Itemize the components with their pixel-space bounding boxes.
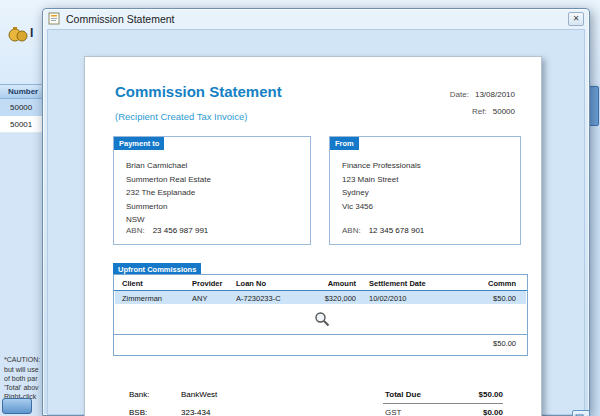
footer-divider — [383, 403, 503, 404]
abn-value: 12 345 678 901 — [369, 226, 425, 235]
report-preview-area: Commission Statement (Recipient Created … — [47, 29, 585, 415]
ref-value: 50000 — [493, 107, 515, 116]
report-document-icon — [48, 12, 61, 25]
col-client: Client — [122, 279, 143, 288]
date-label: Date: — [450, 90, 469, 99]
cell-settlement-date: 10/02/2010 — [369, 294, 407, 303]
gst-value: $0.00 — [445, 408, 503, 416]
cell-commn: $50.00 — [462, 294, 516, 303]
address-line: Vic 3456 — [342, 200, 421, 214]
col-commn: Commn — [462, 279, 516, 288]
address-line: NSW — [126, 213, 211, 227]
cell-provider: ANY — [192, 294, 207, 303]
cell-amount: $320,000 — [292, 294, 356, 303]
abn-value: 23 456 987 991 — [153, 226, 209, 235]
close-icon[interactable]: ✕ — [568, 12, 584, 26]
table-total-divider — [114, 334, 527, 335]
report-edit-button[interactable] — [572, 410, 590, 416]
date-value: 13/08/2010 — [475, 90, 515, 99]
payment-to-header: Payment to — [114, 137, 164, 150]
column-header-number: Number — [0, 87, 38, 96]
address-line: 232 The Esplanade — [126, 186, 211, 200]
total-due-label: Total Due — [385, 390, 421, 399]
address-line: Summerton — [126, 200, 211, 214]
abn-label: ABN: — [126, 226, 145, 235]
report-title: Commission Statement — [115, 83, 282, 100]
payment-to-abn: ABN:23 456 987 991 — [126, 226, 208, 235]
from-address: Finance Professionals 123 Main Street Sy… — [342, 159, 421, 213]
total-due-value: $50.00 — [445, 390, 503, 399]
abn-label: ABN: — [342, 226, 361, 235]
from-box: From Finance Professionals 123 Main Stre… — [329, 136, 521, 245]
grid-cell-number: 50001 — [0, 120, 32, 129]
address-line: Summerton Real Estate — [126, 173, 211, 187]
money-bag-icon — [8, 24, 28, 42]
report-subtitle: (Recipient Created Tax Invoice) — [115, 111, 247, 122]
address-line: Sydney — [342, 186, 421, 200]
payment-to-box: Payment to Brian Carmichael Summerton Re… — [113, 136, 311, 245]
magnifier-cursor-icon — [314, 311, 330, 327]
gst-label: GST — [385, 408, 401, 416]
report-date: Date:13/08/2010 — [450, 90, 515, 99]
cell-loan-no: A-7230233-C — [236, 294, 281, 303]
address-line: 123 Main Street — [342, 173, 421, 187]
commissions-total: $50.00 — [462, 339, 516, 348]
bank-value: BankWest — [181, 390, 217, 399]
dialog-title: Commission Statement — [66, 13, 175, 25]
col-loan-no: Loan No — [236, 279, 266, 288]
col-provider: Provider — [192, 279, 222, 288]
table-header-divider — [114, 290, 527, 291]
address-line: Finance Professionals — [342, 159, 421, 173]
commissions-table: Client Provider Loan No Amount Settlemen… — [113, 274, 528, 356]
dialog-titlebar[interactable]: Commission Statement ✕ — [43, 9, 589, 29]
report-ref: Ref:50000 — [472, 107, 515, 116]
payment-to-address: Brian Carmichael Summerton Real Estate 2… — [126, 159, 211, 227]
from-abn: ABN:12 345 678 901 — [342, 226, 424, 235]
grid-cell-number: 50000 — [0, 103, 32, 112]
commission-statement-dialog: Commission Statement ✕ Commission Statem… — [42, 8, 590, 416]
report-page: Commission Statement (Recipient Created … — [84, 56, 542, 416]
address-line: Brian Carmichael — [126, 159, 211, 173]
background-window-title: I — [30, 26, 33, 40]
col-settlement-date: Settlement Date — [369, 279, 426, 288]
col-amount: Amount — [292, 279, 356, 288]
bsb-label: BSB: — [129, 408, 147, 416]
ref-label: Ref: — [472, 107, 487, 116]
cell-client: Zimmerman — [122, 294, 162, 303]
bottom-left-button[interactable] — [2, 398, 32, 414]
bsb-value: 323-434 — [181, 408, 210, 416]
bank-label: Bank: — [129, 390, 149, 399]
scrollbar-thumb[interactable] — [589, 86, 599, 126]
from-header: From — [330, 137, 359, 150]
